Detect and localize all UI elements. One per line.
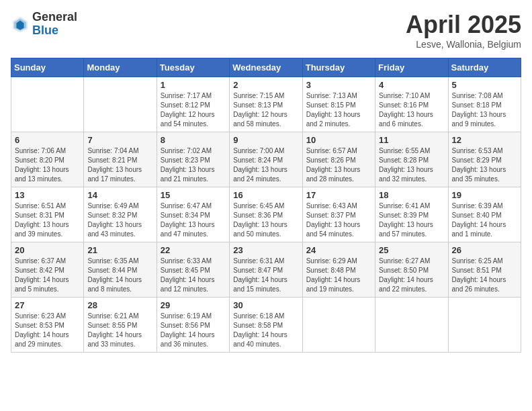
calendar-cell: 13Sunrise: 6:51 AM Sunset: 8:31 PM Dayli… [11,187,84,242]
logo-text: General Blue [32,11,77,38]
day-info: Sunrise: 7:04 AM Sunset: 8:21 PM Dayligh… [87,146,152,184]
day-info: Sunrise: 6:35 AM Sunset: 8:44 PM Dayligh… [87,257,152,294]
day-info: Sunrise: 7:15 AM Sunset: 8:13 PM Dayligh… [233,91,298,129]
weekday-header-friday: Friday [375,58,448,77]
day-info: Sunrise: 7:00 AM Sunset: 8:24 PM Dayligh… [233,146,298,184]
day-info: Sunrise: 7:17 AM Sunset: 8:12 PM Dayligh… [161,91,226,129]
calendar-cell: 3Sunrise: 7:13 AM Sunset: 8:15 PM Daylig… [302,77,375,132]
day-info: Sunrise: 6:41 AM Sunset: 8:39 PM Dayligh… [379,201,444,239]
day-number: 3 [306,80,371,90]
day-number: 21 [87,245,152,255]
day-number: 2 [233,80,298,90]
weekday-header-monday: Monday [84,58,157,77]
calendar-cell: 17Sunrise: 6:43 AM Sunset: 8:37 PM Dayli… [302,187,375,242]
day-info: Sunrise: 7:08 AM Sunset: 8:18 PM Dayligh… [452,91,517,129]
calendar-cell: 8Sunrise: 7:02 AM Sunset: 8:23 PM Daylig… [157,132,229,187]
weekday-header-thursday: Thursday [302,58,375,77]
day-info: Sunrise: 6:33 AM Sunset: 8:45 PM Dayligh… [161,257,226,294]
weekday-header-row: SundayMondayTuesdayWednesdayThursdayFrid… [11,58,521,77]
calendar-cell: 4Sunrise: 7:10 AM Sunset: 8:16 PM Daylig… [375,77,448,132]
calendar-cell: 20Sunrise: 6:37 AM Sunset: 8:42 PM Dayli… [11,242,84,298]
week-row-1: 1Sunrise: 7:17 AM Sunset: 8:12 PM Daylig… [11,77,521,132]
day-number: 27 [15,300,80,310]
day-number: 24 [306,245,371,255]
day-number: 15 [161,190,226,200]
calendar-table: SundayMondayTuesdayWednesdayThursdayFrid… [11,58,521,353]
calendar-cell: 14Sunrise: 6:49 AM Sunset: 8:32 PM Dayli… [84,187,157,242]
calendar-cell: 19Sunrise: 6:39 AM Sunset: 8:40 PM Dayli… [448,187,521,242]
weekday-header-wednesday: Wednesday [230,58,302,77]
day-number: 28 [87,300,152,310]
page-header: General Blue April 2025 Lesve, Wallonia,… [11,11,521,50]
day-number: 12 [452,135,517,145]
calendar-cell: 29Sunrise: 6:19 AM Sunset: 8:56 PM Dayli… [157,298,229,353]
calendar-cell: 23Sunrise: 6:31 AM Sunset: 8:47 PM Dayli… [230,242,302,298]
day-info: Sunrise: 6:31 AM Sunset: 8:47 PM Dayligh… [233,257,298,294]
logo-blue: Blue [32,24,77,38]
day-number: 23 [233,245,298,255]
logo: General Blue [11,11,77,38]
calendar-cell: 28Sunrise: 6:21 AM Sunset: 8:55 PM Dayli… [84,298,157,353]
day-number: 22 [161,245,226,255]
day-info: Sunrise: 6:39 AM Sunset: 8:40 PM Dayligh… [452,201,517,239]
day-number: 16 [233,190,298,200]
calendar-cell: 18Sunrise: 6:41 AM Sunset: 8:39 PM Dayli… [375,187,448,242]
day-info: Sunrise: 6:43 AM Sunset: 8:37 PM Dayligh… [306,201,371,239]
day-number: 6 [15,135,80,145]
calendar-cell: 6Sunrise: 7:06 AM Sunset: 8:20 PM Daylig… [11,132,84,187]
day-info: Sunrise: 6:19 AM Sunset: 8:56 PM Dayligh… [161,312,226,349]
day-info: Sunrise: 6:55 AM Sunset: 8:28 PM Dayligh… [379,146,444,184]
day-number: 19 [452,190,517,200]
calendar-cell [302,298,375,353]
logo-icon [11,15,30,34]
calendar-cell: 26Sunrise: 6:25 AM Sunset: 8:51 PM Dayli… [448,242,521,298]
day-info: Sunrise: 6:45 AM Sunset: 8:36 PM Dayligh… [233,201,298,239]
day-number: 9 [233,135,298,145]
calendar-cell: 9Sunrise: 7:00 AM Sunset: 8:24 PM Daylig… [230,132,302,187]
day-info: Sunrise: 6:53 AM Sunset: 8:29 PM Dayligh… [452,146,517,184]
day-number: 18 [379,190,444,200]
day-number: 4 [379,80,444,90]
calendar-cell: 21Sunrise: 6:35 AM Sunset: 8:44 PM Dayli… [84,242,157,298]
calendar-cell: 2Sunrise: 7:15 AM Sunset: 8:13 PM Daylig… [230,77,302,132]
weekday-header-saturday: Saturday [448,58,521,77]
location: Lesve, Wallonia, Belgium [406,39,521,50]
calendar-cell: 30Sunrise: 6:18 AM Sunset: 8:58 PM Dayli… [230,298,302,353]
day-info: Sunrise: 6:21 AM Sunset: 8:55 PM Dayligh… [87,312,152,349]
title-area: April 2025 Lesve, Wallonia, Belgium [406,11,521,50]
calendar-cell: 1Sunrise: 7:17 AM Sunset: 8:12 PM Daylig… [157,77,229,132]
calendar-cell [448,298,521,353]
day-info: Sunrise: 6:29 AM Sunset: 8:48 PM Dayligh… [306,257,371,294]
day-number: 17 [306,190,371,200]
day-info: Sunrise: 6:49 AM Sunset: 8:32 PM Dayligh… [87,201,152,239]
weekday-header-sunday: Sunday [11,58,84,77]
day-info: Sunrise: 6:27 AM Sunset: 8:50 PM Dayligh… [379,257,444,294]
calendar-cell: 16Sunrise: 6:45 AM Sunset: 8:36 PM Dayli… [230,187,302,242]
day-number: 11 [379,135,444,145]
day-number: 26 [452,245,517,255]
calendar-cell: 15Sunrise: 6:47 AM Sunset: 8:34 PM Dayli… [157,187,229,242]
day-number: 25 [379,245,444,255]
month-title: April 2025 [406,11,521,39]
calendar-cell [375,298,448,353]
calendar-cell: 27Sunrise: 6:23 AM Sunset: 8:53 PM Dayli… [11,298,84,353]
day-number: 1 [161,80,226,90]
day-info: Sunrise: 7:13 AM Sunset: 8:15 PM Dayligh… [306,91,371,129]
logo-general: General [32,11,77,24]
weekday-header-tuesday: Tuesday [157,58,229,77]
day-info: Sunrise: 6:37 AM Sunset: 8:42 PM Dayligh… [15,257,80,294]
calendar-cell: 24Sunrise: 6:29 AM Sunset: 8:48 PM Dayli… [302,242,375,298]
day-info: Sunrise: 6:51 AM Sunset: 8:31 PM Dayligh… [15,201,80,239]
day-number: 13 [15,190,80,200]
day-info: Sunrise: 6:47 AM Sunset: 8:34 PM Dayligh… [161,201,226,239]
calendar-cell: 11Sunrise: 6:55 AM Sunset: 8:28 PM Dayli… [375,132,448,187]
week-row-4: 20Sunrise: 6:37 AM Sunset: 8:42 PM Dayli… [11,242,521,298]
day-number: 30 [233,300,298,310]
calendar-cell [84,77,157,132]
day-number: 7 [87,135,152,145]
calendar-cell: 10Sunrise: 6:57 AM Sunset: 8:26 PM Dayli… [302,132,375,187]
calendar-cell: 12Sunrise: 6:53 AM Sunset: 8:29 PM Dayli… [448,132,521,187]
week-row-5: 27Sunrise: 6:23 AM Sunset: 8:53 PM Dayli… [11,298,521,353]
calendar-cell: 22Sunrise: 6:33 AM Sunset: 8:45 PM Dayli… [157,242,229,298]
calendar-cell: 25Sunrise: 6:27 AM Sunset: 8:50 PM Dayli… [375,242,448,298]
